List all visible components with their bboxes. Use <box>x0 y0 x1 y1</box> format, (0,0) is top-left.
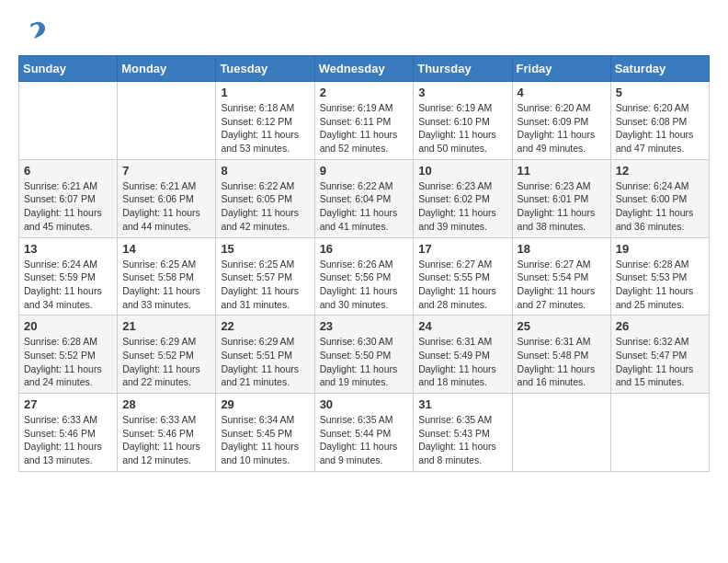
day-info: Sunrise: 6:32 AM <box>616 335 704 349</box>
calendar-cell: 8Sunrise: 6:22 AMSunset: 6:05 PMDaylight… <box>216 159 314 237</box>
calendar-cell: 9Sunrise: 6:22 AMSunset: 6:04 PMDaylight… <box>314 159 414 237</box>
day-info: Sunrise: 6:29 AM <box>122 335 210 349</box>
day-info: Daylight: 11 hours and 31 minutes. <box>221 284 309 311</box>
day-number: 17 <box>418 242 506 256</box>
weekday-header-wednesday: Wednesday <box>314 56 414 82</box>
day-info: Sunrise: 6:19 AM <box>320 101 409 115</box>
day-info: Sunset: 5:44 PM <box>320 427 409 441</box>
calendar-cell: 14Sunrise: 6:25 AMSunset: 5:58 PMDayligh… <box>118 237 216 316</box>
day-info: Sunrise: 6:19 AM <box>418 101 506 115</box>
day-info: Sunset: 5:57 PM <box>221 270 309 284</box>
day-info: Daylight: 11 hours and 47 minutes. <box>616 128 704 155</box>
day-info: Sunrise: 6:28 AM <box>616 258 704 271</box>
day-number: 16 <box>320 242 409 256</box>
day-info: Sunset: 6:10 PM <box>418 115 506 129</box>
day-info: Sunrise: 6:28 AM <box>24 335 112 349</box>
calendar-cell: 13Sunrise: 6:24 AMSunset: 5:59 PMDayligh… <box>19 237 118 316</box>
calendar-cell: 11Sunrise: 6:23 AMSunset: 6:01 PMDayligh… <box>512 159 610 237</box>
day-info: Sunrise: 6:23 AM <box>518 179 606 193</box>
day-info: Sunset: 5:55 PM <box>418 270 506 284</box>
logo <box>18 18 48 46</box>
calendar-cell: 22Sunrise: 6:29 AMSunset: 5:51 PMDayligh… <box>216 316 314 394</box>
day-info: Sunrise: 6:27 AM <box>518 258 606 271</box>
calendar-cell: 6Sunrise: 6:21 AMSunset: 6:07 PMDaylight… <box>19 159 118 237</box>
calendar-cell: 20Sunrise: 6:28 AMSunset: 5:52 PMDayligh… <box>19 316 118 394</box>
day-info: Sunset: 6:11 PM <box>320 115 409 129</box>
page-header <box>18 18 710 46</box>
day-info: Sunset: 5:54 PM <box>518 270 606 284</box>
calendar-cell: 31Sunrise: 6:35 AMSunset: 5:43 PMDayligh… <box>414 394 512 472</box>
day-info: Sunrise: 6:26 AM <box>320 258 409 271</box>
calendar-cell: 4Sunrise: 6:20 AMSunset: 6:09 PMDaylight… <box>512 82 610 160</box>
day-info: Sunset: 6:04 PM <box>320 192 409 206</box>
day-info: Sunrise: 6:23 AM <box>418 179 506 193</box>
day-info: Daylight: 11 hours and 52 minutes. <box>320 128 409 155</box>
day-number: 10 <box>418 164 506 178</box>
day-info: Sunrise: 6:29 AM <box>221 335 309 349</box>
weekday-header-monday: Monday <box>118 56 216 82</box>
day-info: Sunrise: 6:20 AM <box>616 101 704 115</box>
day-info: Sunrise: 6:21 AM <box>24 179 112 193</box>
day-number: 26 <box>616 319 704 333</box>
day-info: Sunset: 6:06 PM <box>122 192 210 206</box>
day-info: Sunset: 5:51 PM <box>221 349 309 362</box>
day-info: Sunset: 5:49 PM <box>418 349 506 362</box>
day-number: 22 <box>221 319 309 333</box>
calendar-cell: 2Sunrise: 6:19 AMSunset: 6:11 PMDaylight… <box>314 82 414 160</box>
day-info: Daylight: 11 hours and 45 minutes. <box>24 206 112 233</box>
day-info: Sunrise: 6:18 AM <box>221 101 309 115</box>
day-info: Sunset: 5:59 PM <box>24 270 112 284</box>
day-number: 21 <box>122 319 210 333</box>
day-number: 3 <box>418 86 506 99</box>
calendar-cell: 7Sunrise: 6:21 AMSunset: 6:06 PMDaylight… <box>118 159 216 237</box>
day-number: 9 <box>320 164 409 178</box>
day-info: Daylight: 11 hours and 25 minutes. <box>616 284 704 311</box>
weekday-header-sunday: Sunday <box>19 56 118 82</box>
calendar-cell: 1Sunrise: 6:18 AMSunset: 6:12 PMDaylight… <box>216 82 314 160</box>
day-info: Sunset: 6:08 PM <box>616 115 704 129</box>
calendar-cell: 26Sunrise: 6:32 AMSunset: 5:47 PMDayligh… <box>610 316 709 394</box>
day-number: 14 <box>122 242 210 256</box>
day-number: 11 <box>518 164 606 178</box>
calendar-cell: 24Sunrise: 6:31 AMSunset: 5:49 PMDayligh… <box>414 316 512 394</box>
day-info: Daylight: 11 hours and 10 minutes. <box>221 440 309 466</box>
day-info: Sunrise: 6:20 AM <box>518 101 606 115</box>
calendar-cell: 25Sunrise: 6:31 AMSunset: 5:48 PMDayligh… <box>512 316 610 394</box>
day-info: Sunset: 5:45 PM <box>221 427 309 441</box>
day-info: Sunrise: 6:35 AM <box>418 413 506 427</box>
day-number: 5 <box>616 86 704 99</box>
weekday-header-friday: Friday <box>512 56 610 82</box>
day-info: Daylight: 11 hours and 44 minutes. <box>122 206 210 233</box>
day-info: Sunrise: 6:22 AM <box>221 179 309 193</box>
day-info: Daylight: 11 hours and 9 minutes. <box>320 440 409 466</box>
calendar-cell <box>512 394 610 472</box>
day-number: 13 <box>24 242 112 256</box>
day-info: Sunrise: 6:25 AM <box>221 258 309 271</box>
day-info: Sunset: 6:02 PM <box>418 192 506 206</box>
day-info: Daylight: 11 hours and 53 minutes. <box>221 128 309 155</box>
calendar-week-row: 6Sunrise: 6:21 AMSunset: 6:07 PMDaylight… <box>19 159 710 237</box>
day-info: Daylight: 11 hours and 41 minutes. <box>320 206 409 233</box>
day-info: Sunrise: 6:21 AM <box>122 179 210 193</box>
day-number: 25 <box>518 319 606 333</box>
day-number: 24 <box>418 319 506 333</box>
calendar-cell: 17Sunrise: 6:27 AMSunset: 5:55 PMDayligh… <box>414 237 512 316</box>
day-number: 8 <box>221 164 309 178</box>
day-info: Sunrise: 6:33 AM <box>24 413 112 427</box>
calendar-cell: 23Sunrise: 6:30 AMSunset: 5:50 PMDayligh… <box>314 316 414 394</box>
day-info: Daylight: 11 hours and 42 minutes. <box>221 206 309 233</box>
day-info: Daylight: 11 hours and 19 minutes. <box>320 362 409 389</box>
day-info: Daylight: 11 hours and 16 minutes. <box>518 362 606 389</box>
calendar-body: 1Sunrise: 6:18 AMSunset: 6:12 PMDaylight… <box>19 82 710 472</box>
day-info: Daylight: 11 hours and 34 minutes. <box>24 284 112 311</box>
day-info: Sunset: 5:52 PM <box>24 349 112 362</box>
day-info: Daylight: 11 hours and 36 minutes. <box>616 206 704 233</box>
calendar-cell <box>610 394 709 472</box>
day-info: Daylight: 11 hours and 49 minutes. <box>518 128 606 155</box>
day-number: 12 <box>616 164 704 178</box>
day-info: Daylight: 11 hours and 39 minutes. <box>418 206 506 233</box>
day-info: Sunrise: 6:27 AM <box>418 258 506 271</box>
day-info: Daylight: 11 hours and 12 minutes. <box>122 440 210 466</box>
calendar-header: SundayMondayTuesdayWednesdayThursdayFrid… <box>19 56 710 82</box>
day-info: Sunrise: 6:22 AM <box>320 179 409 193</box>
